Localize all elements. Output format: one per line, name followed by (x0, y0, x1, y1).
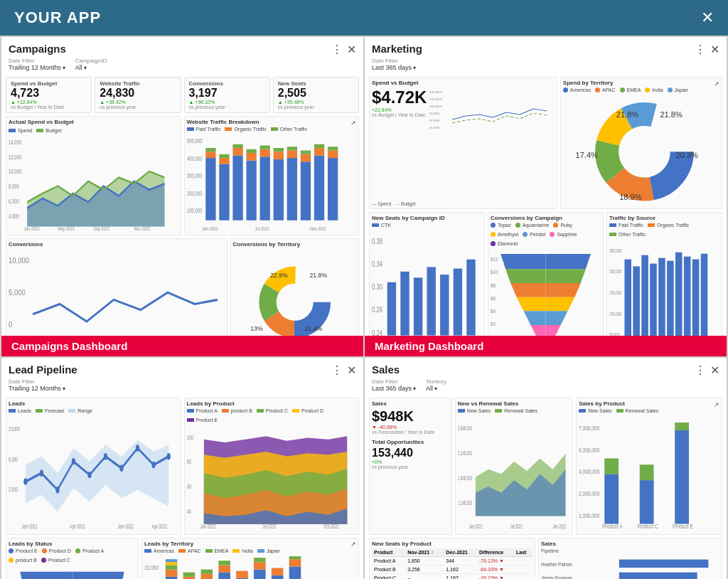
leads-territory-chart: Leads by Territory ↗ Americas APAC EMEA … (141, 538, 359, 579)
svg-text:Jan-2021: Jan-2021 (202, 225, 218, 231)
svg-rect-36 (287, 151, 296, 159)
table-row: Product B 3,258 1,162 -64.33% ▼ (372, 565, 532, 573)
svg-text:200,000: 200,000 (187, 189, 203, 197)
expand-territory-icon2[interactable]: ↗ (350, 541, 356, 548)
expand-territory-icon[interactable]: ↗ (714, 80, 719, 87)
new-seats-chart-area: 0.38 0.34 0.30 0.26 0.24 (372, 229, 482, 351)
marketing-filters: Date Filter Last 365 days ▾ (365, 58, 727, 74)
svg-rect-193 (183, 576, 196, 579)
expand-icon[interactable]: ↗ (350, 119, 356, 127)
svg-rect-210 (289, 556, 301, 559)
svg-text:6,000: 6,000 (9, 455, 18, 463)
svg-text:15.7%: 15.7% (493, 274, 504, 278)
campaigns-title: Campaigns (9, 43, 66, 55)
svg-rect-26 (246, 161, 256, 221)
svg-rect-196 (200, 573, 213, 579)
lead-pipeline-close-icon[interactable]: ✕ (347, 363, 356, 377)
territory-pie-area: 21.8% 21.8% 17.4% 20.3% 18.9% (563, 94, 719, 206)
svg-text:17.4%: 17.4% (575, 151, 597, 159)
campaigns-close-icon[interactable]: ✕ (347, 43, 356, 56)
svg-rect-205 (254, 558, 266, 562)
svg-text:350,000: 350,000 (609, 248, 621, 253)
svg-marker-99 (546, 254, 591, 269)
spend-budget-chart-area: 14,000 12,000 10,000 8,000 6,000 4,000 (9, 134, 178, 233)
campaigns-more-icon[interactable]: ⋮ (331, 43, 343, 56)
svg-rect-87 (400, 272, 409, 336)
svg-rect-32 (273, 159, 283, 221)
svg-text:Oct-2021: Oct-2021 (323, 524, 339, 531)
sales-more-icon[interactable]: ⋮ (695, 363, 706, 377)
lead-row2: Leads by Status Product E Product D Prod… (6, 538, 359, 579)
svg-text:Nov-2021: Nov-2021 (134, 225, 150, 231)
new-renewal-chart-area: 2,648,000 2,148,000 1,648,000 1,148,000 … (458, 415, 570, 532)
marketing-spend-card: Spend vs Budget $4.72K +22.84% vs Budget… (369, 77, 557, 209)
metric-new-seats: New Seats 2,505 ▲ +35.48% vs previous ye… (273, 77, 359, 113)
svg-text:Nov-2021: Nov-2021 (309, 225, 326, 231)
marketing-close-icon[interactable]: ✕ (710, 43, 719, 56)
leads-by-product-area: 100 80 60 40 Jan-2021 (187, 424, 357, 532)
svg-rect-207 (272, 568, 284, 575)
svg-text:Jan-2021: Jan-2021 (23, 225, 40, 231)
marketing-controls: ⋮ ✕ (695, 43, 719, 56)
marketing-body: Spend vs Budget $4.72K +22.84% vs Budget… (365, 74, 727, 356)
svg-rect-133 (692, 260, 700, 337)
svg-text:14,000: 14,000 (9, 139, 21, 146)
marketing-filter1: Date Filter Last 365 days ▾ (372, 58, 416, 71)
marketing-row2: New Seats by Campaign ID CTK 0.38 0.34 0… (369, 212, 722, 354)
lead-pipeline-more-icon[interactable]: ⋮ (331, 363, 343, 377)
metric-conversions: Conversions 3,197 ▲ +96.10% vs previous … (184, 77, 270, 113)
svg-text:21.8%: 21.8% (616, 110, 638, 119)
svg-rect-46 (327, 147, 337, 150)
actual-spend-budget-chart: Actual Spend vs Budget Spend Budget (6, 116, 181, 235)
svg-text:250,000: 250,000 (609, 290, 621, 295)
campaigns-filter2: CampaignID All ▾ (75, 58, 107, 71)
svg-rect-206 (272, 575, 284, 579)
expand-product-icon[interactable]: ↗ (714, 401, 719, 408)
svg-text:Jan-2022: Jan-2022 (118, 522, 134, 530)
leads-chart: Leads Leads Forecast Range 10,000 6,000 … (6, 398, 181, 535)
lead-pipeline-panel: Lead Pipeline ⋮ ✕ Date Filter Trailing 1… (1, 357, 364, 579)
marketing-badge: Marketing Dashboard (365, 336, 727, 356)
sales-close-icon[interactable]: ✕ (710, 363, 719, 377)
svg-point-143 (40, 470, 43, 477)
svg-text:13.3%: 13.3% (493, 329, 504, 334)
svg-text:17.5%: 17.5% (493, 260, 504, 265)
svg-text:10,000: 10,000 (429, 105, 442, 108)
svg-rect-19 (205, 148, 215, 152)
marketing-more-icon[interactable]: ⋮ (695, 43, 706, 56)
svg-rect-204 (254, 562, 266, 569)
svg-point-145 (72, 458, 75, 464)
svg-rect-130 (667, 261, 674, 337)
svg-marker-109 (517, 297, 546, 312)
svg-text:500,000: 500,000 (187, 137, 203, 145)
svg-text:2,648,000: 2,648,000 (458, 425, 472, 431)
svg-rect-45 (327, 151, 337, 159)
svg-text:0.34: 0.34 (372, 260, 382, 268)
sales-panel: Sales ⋮ ✕ Date Filter Last 365 days ▾ Te… (364, 357, 727, 579)
svg-rect-127 (641, 255, 648, 336)
svg-rect-43 (314, 144, 323, 148)
svg-text:$4: $4 (491, 309, 496, 314)
app-window: YOUR APP ✕ Campaigns ⋮ ✕ Date Filter Tra… (0, 0, 728, 579)
svg-text:0: 0 (9, 321, 13, 329)
svg-rect-35 (287, 158, 296, 221)
svg-rect-20 (219, 164, 229, 221)
svg-text:2,148,000: 2,148,000 (458, 450, 472, 457)
svg-rect-129 (658, 258, 665, 337)
svg-text:2,000: 2,000 (9, 486, 18, 494)
svg-rect-240 (619, 572, 697, 579)
new-seats-campaign-chart: New Seats by Campaign ID CTK 0.38 0.34 0… (369, 212, 485, 354)
sales-by-product-chart: Sales by Product ↗ New Sales Renewal Sal… (576, 398, 722, 535)
svg-text:7,000,000: 7,000,000 (579, 425, 599, 432)
svg-rect-131 (675, 253, 682, 336)
campaigns-filter1: Date Filter Trailing 12 Months ▾ (9, 58, 65, 71)
svg-text:1,148,000: 1,148,000 (458, 500, 472, 506)
svg-text:13%: 13% (250, 325, 263, 332)
svg-rect-238 (619, 559, 709, 568)
pipeline-bars: Heather Palmer Jimmy Bowman Jennifer Wil… (541, 555, 719, 579)
svg-marker-103 (546, 311, 568, 325)
svg-text:Sep-2021: Sep-2021 (93, 225, 109, 232)
svg-text:Jimmy Bowman: Jimmy Bowman (541, 575, 573, 579)
close-button[interactable]: ✕ (701, 9, 714, 27)
svg-text:Product C: Product C (638, 523, 659, 530)
